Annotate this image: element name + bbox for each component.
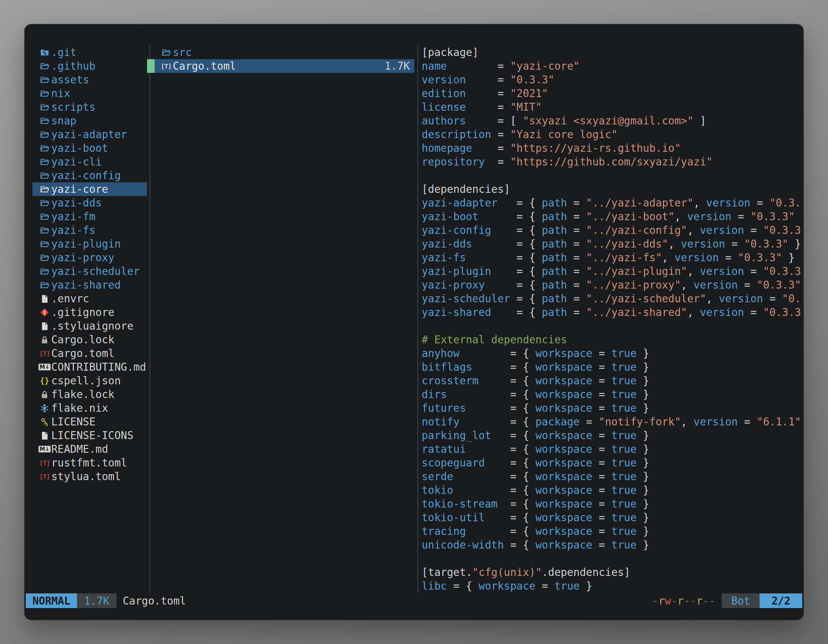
preview-line: license = "MIT" (422, 100, 801, 114)
file-row[interactable]: yazi-dds (33, 196, 147, 210)
preview-line: notify = { package = "notify-fork", vers… (422, 415, 801, 429)
current-pane: src[T]Cargo.toml1.7K (147, 45, 414, 73)
file-row[interactable]: snap (33, 114, 147, 128)
file-label: .styluaignore (51, 320, 133, 332)
permission-char: - (671, 595, 677, 607)
toml-icon: [T] (161, 61, 171, 72)
file-row[interactable]: assets (33, 73, 147, 86)
preview-line: name = "yazi-core" (422, 59, 801, 73)
mode-indicator: NORMAL (26, 594, 77, 608)
file-row[interactable]: {}cspell.json (33, 374, 147, 387)
folder-icon (39, 225, 50, 236)
file-label: flake.nix (51, 402, 108, 414)
preview-line: scopeguard = { workspace = true } (422, 456, 801, 470)
page-indicator: 2/2 (760, 594, 802, 608)
file-row[interactable]: yazi-boot (33, 141, 147, 155)
terminal-window: .git.githubassetsnixscriptssnapyazi-adap… (25, 25, 803, 619)
file-row[interactable]: [T]Cargo.toml (33, 346, 147, 360)
file-row[interactable]: yazi-shared (33, 278, 147, 292)
file-row[interactable]: yazi-cli (33, 155, 147, 169)
file-label: Cargo.toml (51, 347, 114, 360)
file-row[interactable]: scripts (33, 100, 147, 114)
file-row[interactable]: yazi-adapter (33, 128, 147, 141)
file-row[interactable]: .gitignore (33, 306, 147, 319)
file-row[interactable]: nix (33, 86, 147, 100)
toml-icon: [T] (39, 348, 50, 359)
preview-line: yazi-config = { path = "../yazi-config",… (422, 223, 801, 237)
key-icon (39, 417, 50, 427)
file-row[interactable]: .git (33, 45, 147, 59)
preview-line (422, 319, 801, 333)
file-row[interactable]: M↓CONTRIBUTING.md (33, 360, 147, 374)
file-label: stylua.toml (51, 470, 121, 483)
preview-line: futures = { workspace = true } (422, 401, 801, 415)
preview-line: homepage = "https://yazi-rs.github.io" (422, 141, 801, 155)
markdown-icon: M↓ (39, 362, 50, 373)
file-row[interactable]: [T]stylua.toml (33, 470, 147, 483)
file-label: yazi-fm (51, 210, 96, 223)
preview-line: libc = { workspace = true } (422, 579, 801, 593)
folder-icon (39, 157, 50, 168)
file-label: README.md (51, 443, 108, 455)
preview-line (422, 169, 801, 182)
folder-icon (161, 47, 171, 58)
file-row[interactable]: M↓README.md (33, 442, 147, 456)
file-row[interactable]: yazi-proxy (33, 251, 147, 265)
folder-icon (39, 239, 50, 249)
permission-char: - (703, 595, 709, 607)
preview-line: yazi-proxy = { path = "../yazi-proxy", v… (422, 278, 801, 292)
file-label: nix (51, 87, 70, 100)
preview-line: tokio-util = { workspace = true } (422, 511, 801, 524)
file-row[interactable]: [T]rustfmt.toml (33, 456, 147, 470)
file-row[interactable]: [T]Cargo.toml1.7K (147, 59, 414, 73)
file-label: yazi-shared (51, 279, 121, 291)
file-row[interactable]: .styluaignore (33, 319, 147, 333)
file-label: src (173, 46, 192, 58)
file-row[interactable]: LICENSE-ICONS (33, 429, 147, 442)
file-row[interactable]: src (147, 45, 414, 59)
file-row[interactable]: LICENSE (33, 415, 147, 429)
preview-line: authors = [ "sxyazi <sxyazi@gmail.com>" … (422, 114, 801, 128)
file-row[interactable]: yazi-plugin (33, 237, 147, 251)
preview-line: crossterm = { workspace = true } (422, 374, 801, 387)
folder-icon (39, 129, 50, 140)
file-label: .github (51, 60, 96, 72)
file-label: LICENSE-ICONS (51, 429, 133, 442)
folder-icon (39, 61, 50, 72)
file-row[interactable]: flake.nix (33, 401, 147, 415)
file-label: flake.lock (51, 388, 114, 401)
file-label: cspell.json (51, 374, 121, 387)
preview-line: repository = "https://github.com/sxyazi/… (422, 155, 801, 169)
preview-line: unicode-width = { workspace = true } (422, 538, 801, 552)
permission-char: - (690, 595, 696, 607)
file-label: yazi-dds (51, 197, 102, 209)
status-file-name: Cargo.toml (123, 595, 186, 607)
folder-icon (39, 197, 50, 208)
lock-icon (39, 334, 50, 345)
file-row[interactable]: .github (33, 59, 147, 73)
file-row[interactable]: .envrc (33, 292, 147, 306)
file-row[interactable]: yazi-core (33, 182, 147, 196)
file-row[interactable]: Cargo.lock (33, 333, 147, 346)
desktop-background: .git.githubassetsnixscriptssnapyazi-adap… (0, 0, 828, 644)
file-icon (39, 321, 50, 332)
preview-line: yazi-adapter = { path = "../yazi-adapter… (422, 196, 801, 210)
preview-line: yazi-plugin = { path = "../yazi-plugin",… (422, 265, 801, 278)
file-row[interactable]: yazi-config (33, 169, 147, 182)
permissions: -rw-r--r-- (652, 595, 715, 607)
file-row[interactable]: yazi-fs (33, 223, 147, 237)
scroll-position-badge: Bot (722, 594, 760, 608)
file-label: yazi-plugin (51, 238, 121, 250)
preview-line: yazi-fs = { path = "../yazi-fs", version… (422, 251, 801, 265)
preview-pane: [package]name = "yazi-core"version = "0.… (422, 45, 801, 593)
file-row[interactable]: yazi-fm (33, 210, 147, 223)
preview-line: yazi-scheduler = { path = "../yazi-sched… (422, 292, 801, 306)
file-row[interactable]: yazi-scheduler (33, 265, 147, 278)
markdown-icon: M↓ (39, 444, 50, 455)
file-label: yazi-core (51, 183, 108, 195)
folder-icon (39, 102, 50, 113)
file-label: CONTRIBUTING.md (51, 361, 146, 373)
preview-line (422, 552, 801, 566)
preview-line: [dependencies] (422, 182, 801, 196)
file-row[interactable]: flake.lock (33, 387, 147, 401)
